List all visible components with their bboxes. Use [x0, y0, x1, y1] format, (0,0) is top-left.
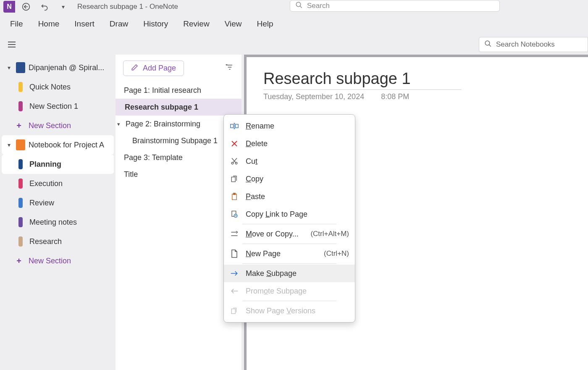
page-label: Research subpage 1 [125, 103, 198, 112]
edit-icon [131, 63, 139, 73]
add-page-button[interactable]: Add Page [123, 60, 184, 76]
page-row[interactable]: Page 1: Initial research [116, 82, 242, 99]
page-title[interactable]: Research subpage 1 [263, 70, 461, 90]
ribbon-help[interactable]: Help [257, 19, 273, 29]
search-main[interactable]: Search [290, 0, 500, 12]
menu-label: Make Subpage [246, 269, 297, 278]
menu-copy[interactable]: Copy [224, 170, 355, 188]
section-new-section-1[interactable]: New Section 1 [2, 97, 114, 116]
menu-make-subpage[interactable]: Make Subpage [224, 265, 355, 282]
page-datetime: Tuesday, September 10, 2024 8:08 PM [263, 92, 571, 101]
add-section-label: New Section [29, 257, 71, 265]
search-notebooks[interactable]: Search Notebooks [479, 37, 588, 52]
chevron-down-icon: ▾ [5, 64, 13, 71]
section-color-tab [18, 236, 23, 247]
menu-paste[interactable]: Paste [224, 188, 355, 205]
page-label: Page 3: Template [124, 153, 183, 162]
search-notebooks-placeholder: Search Notebooks [496, 40, 555, 49]
ribbon-file[interactable]: File [10, 19, 23, 29]
search-icon [484, 40, 492, 50]
ribbon-review[interactable]: Review [183, 19, 209, 29]
section-label: Quick Notes [29, 83, 71, 92]
menu-label: Promote Subpage [246, 287, 307, 296]
add-section-1[interactable]: + New Section [0, 116, 116, 135]
menu-label: Copy Link to Page [246, 210, 307, 219]
page-row[interactable]: ▾ Page 2: Brainstorming [116, 115, 242, 132]
ribbon-history[interactable]: History [143, 19, 168, 29]
section-planning[interactable]: Planning [2, 155, 114, 174]
section-execution[interactable]: Execution [2, 174, 114, 193]
arrow-left-icon [230, 286, 239, 296]
menu-shortcut: (Ctrl+Alt+M) [307, 230, 349, 238]
page-date: Tuesday, September 10, 2024 [263, 92, 364, 101]
sort-button[interactable] [226, 63, 234, 73]
context-menu: Rename Delete Cut Copy Paste Copy Link t… [223, 114, 355, 323]
notebook-label: Dipanjenah @ Spiral... [29, 63, 104, 72]
page-icon [230, 249, 239, 258]
menu-separator [242, 244, 336, 244]
ribbon-draw[interactable]: Draw [110, 19, 128, 29]
page-row[interactable]: Page 3: Template [116, 149, 242, 166]
section-color-tab [18, 82, 23, 92]
menu-separator [242, 263, 336, 264]
svg-rect-9 [234, 193, 236, 195]
link-icon [230, 210, 239, 219]
section-meeting-notes[interactable]: Meeting notes [2, 213, 114, 232]
notebook-icon [16, 62, 25, 73]
paste-icon [230, 192, 239, 201]
ribbon: File Home Insert Draw History Review Vie… [0, 13, 588, 34]
section-label: Execution [29, 179, 63, 188]
menu-label: Copy [246, 175, 263, 184]
customize-dropdown[interactable]: ▾ [55, 1, 71, 13]
notebook-row-1[interactable]: ▾ Dipanjenah @ Spiral... [2, 58, 114, 77]
section-color-tab [18, 198, 23, 208]
page-label: Brainstorming Subpage 1 [132, 136, 218, 145]
menu-label: Delete [246, 139, 268, 148]
menu-delete[interactable]: Delete [224, 135, 355, 152]
versions-icon [230, 306, 239, 315]
menu-separator [242, 301, 336, 301]
undo-button[interactable] [37, 1, 52, 13]
add-page-label: Add Page [143, 64, 176, 73]
menu-copy-link[interactable]: Copy Link to Page [224, 205, 355, 223]
page-row-sub[interactable]: Brainstorming Subpage 1 [116, 132, 242, 149]
rename-icon [230, 121, 239, 131]
section-research[interactable]: Research [2, 232, 114, 251]
menu-cut[interactable]: Cut [224, 152, 355, 170]
arrow-right-icon [230, 269, 239, 278]
chevron-down-icon: ▾ [5, 142, 13, 148]
menu-show-versions: Show Page Versions [224, 302, 355, 320]
window-title: Research subpage 1 - OneNote [77, 3, 178, 11]
chevron-down-icon[interactable]: ▾ [117, 121, 126, 127]
page-row-selected[interactable]: Research subpage 1 [116, 99, 242, 115]
section-color-tab [18, 159, 23, 169]
section-quick-notes[interactable]: Quick Notes [2, 77, 114, 97]
search-placeholder: Search [307, 2, 330, 10]
svg-point-2 [485, 41, 490, 45]
page-label: Page 2: Brainstorming [126, 120, 200, 129]
add-section-label: New Section [29, 121, 71, 130]
notebook-row-2[interactable]: ▾ Notebook for Project A [2, 135, 114, 155]
ribbon-insert[interactable]: Insert [74, 19, 94, 29]
menu-new-page[interactable]: New Page (Ctrl+N) [224, 245, 355, 262]
hamburger-icon[interactable] [4, 37, 19, 52]
section-label: Review [29, 199, 54, 207]
ribbon-view[interactable]: View [225, 19, 242, 29]
menu-label: Rename [246, 122, 274, 131]
svg-rect-4 [236, 124, 239, 128]
ribbon-home[interactable]: Home [38, 19, 60, 29]
add-section-2[interactable]: + New Section [0, 251, 116, 270]
page-label: Title [124, 170, 138, 179]
menu-rename[interactable]: Rename [224, 117, 355, 135]
section-color-tab [18, 178, 23, 189]
page-label: Page 1: Initial research [124, 86, 201, 95]
copy-icon [230, 174, 239, 184]
cut-icon [230, 157, 239, 166]
section-label: Research [29, 237, 62, 246]
menu-move-copy[interactable]: Move or Copy... (Ctrl+Alt+M) [224, 225, 355, 243]
back-button[interactable] [18, 1, 34, 13]
section-review[interactable]: Review [2, 193, 114, 213]
page-row[interactable]: Title [116, 166, 242, 183]
menu-label: Move or Copy... [246, 230, 299, 239]
menu-label: New Page [246, 249, 281, 258]
